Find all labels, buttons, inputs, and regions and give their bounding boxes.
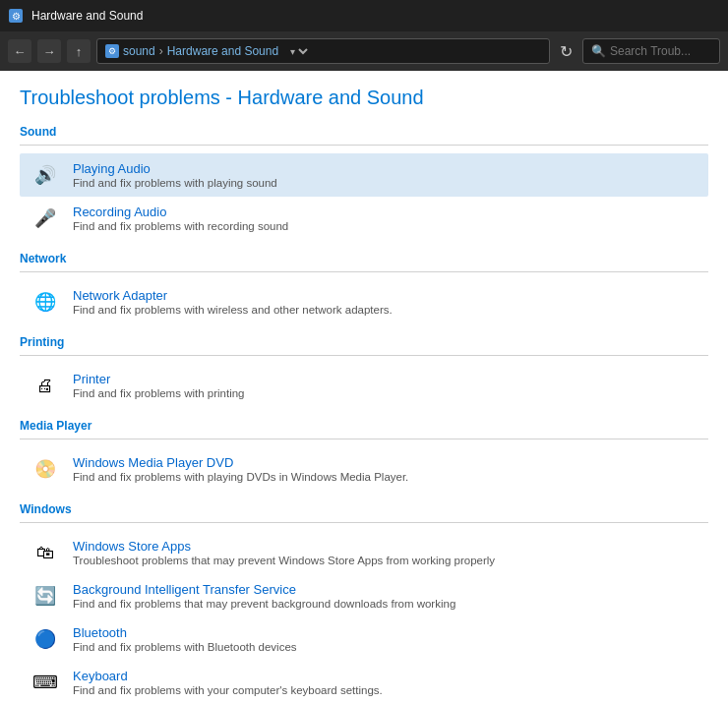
item-desc-bluetooth: Find and fix problems with Bluetooth dev…: [73, 641, 700, 653]
section-header-network: Network: [20, 252, 708, 269]
item-text-network-adapter: Network AdapterFind and fix problems wit…: [73, 288, 700, 316]
section-header-printing: Printing: [20, 335, 708, 353]
path-icon: ⚙: [105, 44, 119, 58]
window-title: Hardware and Sound: [31, 9, 143, 23]
item-text-bits: Background Intelligent Transfer ServiceF…: [73, 582, 700, 610]
section-printing: Printing🖨PrinterFind and fix problems wi…: [20, 335, 708, 407]
item-text-bluetooth: BluetoothFind and fix problems with Blue…: [73, 625, 700, 653]
address-bar: ← → ↑ ⚙ sound › Hardware and Sound ▾ ↻ 🔍: [0, 31, 728, 71]
section-header-media-player: Media Player: [20, 419, 708, 437]
search-icon: 🔍: [591, 44, 606, 58]
item-icon-keyboard: ⌨: [28, 667, 63, 698]
svg-text:⚙: ⚙: [12, 11, 21, 22]
item-text-recording-audio: Recording AudioFind and fix problems wit…: [73, 205, 700, 232]
forward-button[interactable]: →: [37, 39, 61, 63]
item-icon-network-adapter: 🌐: [28, 286, 63, 318]
section-divider-windows: [20, 522, 708, 523]
item-name-wmp-dvd[interactable]: Windows Media Player DVD: [73, 455, 700, 470]
item-text-printer: PrinterFind and fix problems with printi…: [73, 372, 700, 399]
item-name-printer[interactable]: Printer: [73, 372, 700, 386]
item-text-playing-audio: Playing AudioFind and fix problems with …: [73, 161, 700, 189]
path-hardware-sound[interactable]: Hardware and Sound: [167, 44, 278, 58]
item-text-wmp-dvd: Windows Media Player DVDFind and fix pro…: [73, 455, 700, 483]
item-desc-wmp-dvd: Find and fix problems with playing DVDs …: [73, 471, 700, 483]
section-divider-media-player: [20, 439, 708, 439]
section-header-windows: Windows: [20, 502, 708, 520]
item-icon-bluetooth: 🔵: [28, 623, 63, 655]
sections-container: Sound🔊Playing AudioFind and fix problems…: [20, 125, 708, 703]
item-icon-recording-audio: 🎤: [28, 203, 63, 234]
list-item-network-adapter[interactable]: 🌐Network AdapterFind and fix problems wi…: [20, 280, 708, 323]
list-item-playing-audio[interactable]: 🔊Playing AudioFind and fix problems with…: [20, 153, 708, 197]
item-icon-windows-store-apps: 🛍: [28, 537, 63, 568]
path-sep-1: ›: [159, 44, 163, 58]
search-input[interactable]: [610, 44, 711, 58]
item-icon-wmp-dvd: 📀: [28, 453, 63, 485]
search-box: 🔍: [582, 38, 720, 64]
section-sound: Sound🔊Playing AudioFind and fix problems…: [20, 125, 708, 240]
item-name-bluetooth[interactable]: Bluetooth: [73, 625, 700, 640]
item-icon-printer: 🖨: [28, 370, 63, 401]
list-item-recording-audio[interactable]: 🎤Recording AudioFind and fix problems wi…: [20, 197, 708, 240]
path-dropdown[interactable]: ▾: [286, 45, 311, 58]
list-item-printer[interactable]: 🖨PrinterFind and fix problems with print…: [20, 364, 708, 407]
item-desc-keyboard: Find and fix problems with your computer…: [73, 684, 700, 696]
item-icon-playing-audio: 🔊: [28, 159, 63, 191]
section-header-sound: Sound: [20, 125, 708, 143]
list-item-windows-store-apps[interactable]: 🛍Windows Store AppsTroubleshoot problems…: [20, 531, 708, 574]
section-divider-sound: [20, 145, 708, 146]
list-item-wmp-dvd[interactable]: 📀Windows Media Player DVDFind and fix pr…: [20, 447, 708, 491]
section-divider-network: [20, 271, 708, 272]
item-name-bits[interactable]: Background Intelligent Transfer Service: [73, 582, 700, 597]
item-desc-network-adapter: Find and fix problems with wireless and …: [73, 304, 700, 316]
item-desc-bits: Find and fix problems that may prevent b…: [73, 598, 700, 610]
title-bar: ⚙ Hardware and Sound: [0, 0, 728, 31]
page-title: Troubleshoot problems - Hardware and Sou…: [20, 87, 708, 109]
item-desc-recording-audio: Find and fix problems with recording sou…: [73, 220, 700, 232]
up-button[interactable]: ↑: [67, 39, 91, 63]
section-network: Network🌐Network AdapterFind and fix prob…: [20, 252, 708, 323]
item-text-keyboard: KeyboardFind and fix problems with your …: [73, 669, 700, 696]
back-button[interactable]: ←: [8, 39, 31, 63]
item-desc-playing-audio: Find and fix problems with playing sound: [73, 177, 700, 189]
item-name-keyboard[interactable]: Keyboard: [73, 669, 700, 683]
section-media-player: Media Player📀Windows Media Player DVDFin…: [20, 419, 708, 491]
list-item-keyboard[interactable]: ⌨KeyboardFind and fix problems with your…: [20, 661, 708, 703]
list-item-bits[interactable]: 🔄Background Intelligent Transfer Service…: [20, 574, 708, 617]
item-name-windows-store-apps[interactable]: Windows Store Apps: [73, 539, 700, 554]
item-icon-bits: 🔄: [28, 580, 63, 612]
section-divider-printing: [20, 355, 708, 356]
item-name-playing-audio[interactable]: Playing Audio: [73, 161, 700, 176]
item-desc-printer: Find and fix problems with printing: [73, 387, 700, 399]
item-name-recording-audio[interactable]: Recording Audio: [73, 205, 700, 219]
section-windows: Windows🛍Windows Store AppsTroubleshoot p…: [20, 502, 708, 703]
item-name-network-adapter[interactable]: Network Adapter: [73, 288, 700, 303]
item-text-windows-store-apps: Windows Store AppsTroubleshoot problems …: [73, 539, 700, 566]
list-item-bluetooth[interactable]: 🔵BluetoothFind and fix problems with Blu…: [20, 617, 708, 661]
content-area: Troubleshoot problems - Hardware and Sou…: [0, 71, 728, 703]
item-desc-windows-store-apps: Troubleshoot problems that may prevent W…: [73, 555, 700, 566]
address-path: ⚙ sound › Hardware and Sound ▾: [96, 38, 550, 64]
path-troubleshooting[interactable]: sound: [123, 44, 155, 58]
window-icon: ⚙: [8, 8, 24, 24]
refresh-button[interactable]: ↻: [556, 40, 576, 63]
